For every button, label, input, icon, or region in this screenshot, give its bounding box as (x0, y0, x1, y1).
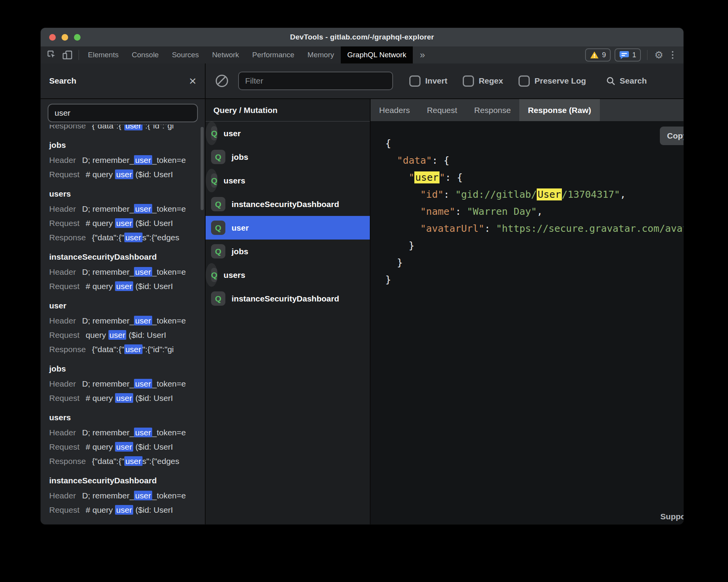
result-line-value: D; remember_user_token=e (82, 155, 186, 165)
json-token: "avatarUrl" (420, 223, 484, 234)
match-highlight: user (124, 344, 143, 354)
result-line-value: D; remember_user_token=e (82, 316, 186, 325)
result-line-label: Request (49, 282, 79, 291)
match-highlight: user (124, 233, 143, 242)
inspect-element-icon[interactable] (45, 48, 58, 62)
search-result-line[interactable]: HeaderD; remember_user_token=e (49, 425, 205, 440)
checkbox-label: Regex (479, 76, 503, 86)
result-line-label: Request (49, 394, 79, 402)
clear-requests-icon[interactable] (216, 75, 228, 87)
json-line: "data": { (385, 152, 683, 169)
result-line-label: Header (49, 316, 76, 325)
query-row-jobs[interactable]: Qjobs (206, 240, 370, 263)
search-result-line[interactable]: Request# query user ($id: UserI (49, 216, 205, 230)
match-highlight: user (124, 125, 143, 130)
query-type-badge: Q (211, 173, 217, 188)
search-result-line[interactable]: Response{"data":{"user":{"id":"gi (49, 125, 205, 133)
search-panel-close-icon[interactable]: × (189, 75, 196, 87)
search-result-line[interactable]: HeaderD; remember_user_token=e (49, 153, 205, 167)
json-token: /13704317" (562, 189, 620, 200)
settings-gear-icon[interactable]: ⚙ (650, 49, 668, 61)
result-line-label: Header (49, 156, 76, 164)
search-input[interactable] (48, 104, 198, 122)
checkbox-preserve-log[interactable]: Preserve Log (519, 75, 586, 87)
search-result-entry-name[interactable]: instanceSecurityDashboard (49, 473, 205, 488)
search-result-line[interactable]: Request# query user ($id: UserI (49, 503, 205, 517)
search-result-entry-name[interactable]: user (49, 298, 205, 313)
response-body: Copy { "data": { "user": { "id": "gid://… (371, 121, 683, 524)
value-text: _token=e (152, 204, 186, 213)
search-result-line[interactable]: HeaderD; remember_user_token=e (49, 313, 205, 328)
zoom-window-button[interactable] (74, 34, 81, 41)
tab-performance[interactable]: Performance (246, 46, 301, 63)
query-row-instancesecuritydashboard[interactable]: QinstanceSecurityDashboard (206, 287, 370, 310)
result-line-value: D; remember_user_token=e (82, 379, 186, 389)
json-token: " (440, 172, 445, 183)
tab-console[interactable]: Console (125, 46, 165, 63)
checkbox-regex[interactable]: Regex (463, 75, 503, 87)
value-text: _token=e (152, 428, 186, 437)
query-row-user[interactable]: Quser (206, 122, 218, 145)
query-row-users[interactable]: Qusers (206, 263, 218, 287)
result-line-label: Request (49, 505, 79, 514)
search-result-line[interactable]: HeaderD; remember_user_token=e (49, 377, 205, 391)
search-result-line[interactable]: Request# query user ($id: UserI (49, 167, 205, 181)
response-tab-response-raw[interactable]: Response (Raw) (519, 99, 599, 121)
tab-network[interactable]: Network (206, 46, 246, 63)
search-result-line[interactable]: Request# query user ($id: UserI (49, 440, 205, 454)
warning-icon (590, 51, 599, 59)
more-tabs-button[interactable]: » (413, 50, 432, 60)
value-text: ":{"id":"gi (143, 125, 174, 130)
search-result-entry-name[interactable]: jobs (49, 361, 205, 377)
query-row-jobs[interactable]: Qjobs (206, 145, 370, 169)
filter-input[interactable] (238, 72, 393, 90)
query-row-label: instanceSecurityDashboard (232, 200, 339, 209)
query-row-users[interactable]: Qusers (206, 169, 218, 192)
result-line-label: Response (49, 125, 86, 130)
response-tab-request[interactable]: Request (418, 99, 465, 121)
support-link[interactable]: Support (660, 512, 683, 521)
close-window-button[interactable] (49, 34, 56, 41)
search-result-line[interactable]: Response{"data":{"users":{"edges (49, 454, 205, 468)
minimize-window-button[interactable] (62, 34, 68, 41)
checkbox-invert[interactable]: Invert (409, 75, 447, 87)
json-token: " (409, 172, 414, 183)
result-line-label: Header (49, 379, 76, 388)
search-result-line[interactable]: Requestquery user ($id: UserI (49, 328, 205, 342)
tab-sources[interactable]: Sources (165, 46, 206, 63)
tab-graphql-network[interactable]: GraphQL Network (341, 46, 413, 63)
search-panel-title: Search (41, 76, 76, 86)
device-toolbar-icon[interactable] (61, 48, 74, 62)
query-row-label: instanceSecurityDashboard (232, 294, 339, 303)
response-tab-response[interactable]: Response (466, 99, 520, 121)
value-text: ($id: UserI (133, 282, 173, 291)
toolbar-search-button[interactable]: Search (606, 76, 647, 86)
search-result-entry-name[interactable]: instanceSecurityDashboard (49, 249, 205, 265)
tab-elements[interactable]: Elements (81, 46, 125, 63)
more-options-icon[interactable] (668, 51, 677, 59)
warnings-badge[interactable]: 9 (585, 48, 611, 62)
tab-memory[interactable]: Memory (301, 46, 341, 63)
search-result-line[interactable]: Request# query user ($id: UserI (49, 391, 205, 405)
search-result-line[interactable]: Response{"data":{"user":{"id":"gi (49, 342, 205, 356)
search-result-line[interactable]: HeaderD; remember_user_token=e (49, 202, 205, 216)
search-result-line[interactable]: HeaderD; remember_user_token=e (49, 488, 205, 503)
query-row-instancesecuritydashboard[interactable]: QinstanceSecurityDashboard (206, 192, 370, 216)
json-token: } (385, 274, 391, 285)
issues-badge[interactable]: 1 (615, 48, 641, 62)
search-result-entry-name[interactable]: users (49, 410, 205, 425)
scrollbar-thumb[interactable] (201, 127, 204, 210)
copy-button[interactable]: Copy (660, 127, 683, 145)
search-result-line[interactable]: HeaderD; remember_user_token=e (49, 265, 205, 279)
search-result-line[interactable]: Response{"data":{"users":{"edges (49, 230, 205, 245)
search-result-entry-name[interactable]: users (49, 186, 205, 202)
match-highlight: user (115, 442, 133, 452)
value-text: ($id: UserI (133, 505, 173, 514)
json-match-highlight: User (537, 188, 561, 200)
search-result-line[interactable]: Request# query user ($id: UserI (49, 279, 205, 293)
response-panel: HeadersRequestResponseResponse (Raw)× Co… (371, 99, 683, 524)
search-result-entry-name[interactable]: jobs (49, 137, 205, 153)
value-text: # query (86, 219, 115, 228)
response-tab-headers[interactable]: Headers (371, 99, 418, 121)
query-row-user[interactable]: Quser (206, 216, 370, 240)
